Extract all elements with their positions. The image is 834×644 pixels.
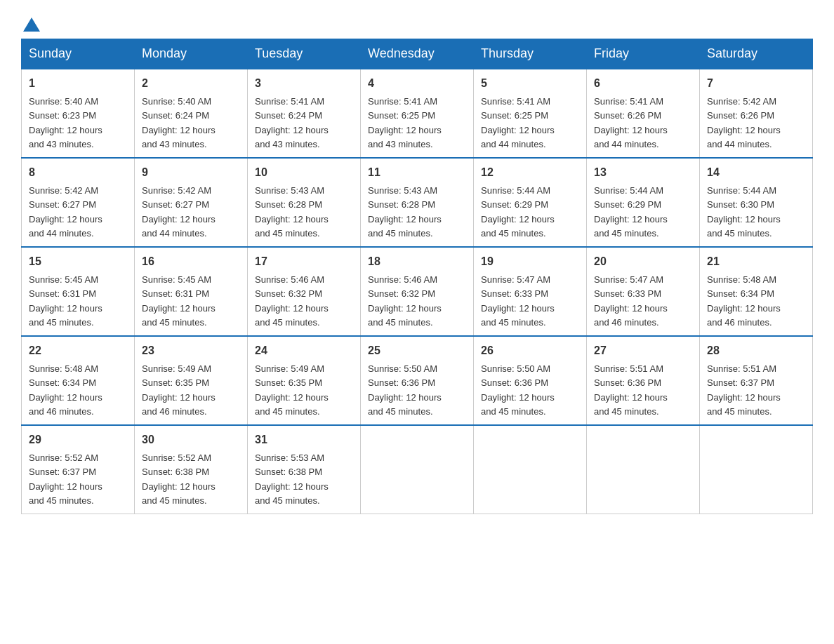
day-info: Sunrise: 5:49 AMSunset: 6:35 PMDaylight:… <box>142 363 216 417</box>
day-cell: 14 Sunrise: 5:44 AMSunset: 6:30 PMDaylig… <box>700 158 813 247</box>
day-number: 2 <box>142 75 240 92</box>
day-cell: 16 Sunrise: 5:45 AMSunset: 6:31 PMDaylig… <box>135 247 248 336</box>
day-number: 11 <box>368 164 466 181</box>
day-cell: 8 Sunrise: 5:42 AMSunset: 6:27 PMDayligh… <box>22 158 135 247</box>
day-info: Sunrise: 5:41 AMSunset: 6:24 PMDaylight:… <box>255 96 329 149</box>
day-info: Sunrise: 5:50 AMSunset: 6:36 PMDaylight:… <box>368 363 442 417</box>
day-cell <box>361 425 474 514</box>
day-info: Sunrise: 5:50 AMSunset: 6:36 PMDaylight:… <box>481 363 555 417</box>
day-number: 3 <box>255 75 353 92</box>
day-info: Sunrise: 5:44 AMSunset: 6:29 PMDaylight:… <box>594 185 668 239</box>
calendar-body: 1 Sunrise: 5:40 AMSunset: 6:23 PMDayligh… <box>22 69 813 514</box>
day-cell: 24 Sunrise: 5:49 AMSunset: 6:35 PMDaylig… <box>248 336 361 425</box>
day-number: 10 <box>255 164 353 181</box>
day-cell: 12 Sunrise: 5:44 AMSunset: 6:29 PMDaylig… <box>474 158 587 247</box>
day-info: Sunrise: 5:43 AMSunset: 6:28 PMDaylight:… <box>368 185 442 239</box>
day-cell: 22 Sunrise: 5:48 AMSunset: 6:34 PMDaylig… <box>22 336 135 425</box>
day-number: 16 <box>142 253 240 270</box>
day-number: 6 <box>594 75 692 92</box>
day-number: 29 <box>29 431 127 448</box>
day-number: 17 <box>255 253 353 270</box>
day-cell: 26 Sunrise: 5:50 AMSunset: 6:36 PMDaylig… <box>474 336 587 425</box>
week-row-4: 22 Sunrise: 5:48 AMSunset: 6:34 PMDaylig… <box>22 336 813 425</box>
day-number: 19 <box>481 253 579 270</box>
day-info: Sunrise: 5:49 AMSunset: 6:35 PMDaylight:… <box>255 363 329 417</box>
day-number: 21 <box>707 253 805 270</box>
day-info: Sunrise: 5:45 AMSunset: 6:31 PMDaylight:… <box>29 274 102 328</box>
week-row-2: 8 Sunrise: 5:42 AMSunset: 6:27 PMDayligh… <box>22 158 813 247</box>
day-number: 30 <box>142 431 240 448</box>
day-number: 23 <box>142 342 240 359</box>
day-number: 4 <box>368 75 466 92</box>
day-cell: 30 Sunrise: 5:52 AMSunset: 6:38 PMDaylig… <box>135 425 248 514</box>
day-info: Sunrise: 5:51 AMSunset: 6:36 PMDaylight:… <box>594 363 668 417</box>
day-info: Sunrise: 5:48 AMSunset: 6:34 PMDaylight:… <box>29 363 102 417</box>
day-number: 31 <box>255 431 353 448</box>
day-number: 9 <box>142 164 240 181</box>
day-cell: 15 Sunrise: 5:45 AMSunset: 6:31 PMDaylig… <box>22 247 135 336</box>
day-info: Sunrise: 5:45 AMSunset: 6:31 PMDaylight:… <box>142 274 216 328</box>
day-cell: 29 Sunrise: 5:52 AMSunset: 6:37 PMDaylig… <box>22 425 135 514</box>
header-saturday: Saturday <box>700 39 813 69</box>
day-cell: 5 Sunrise: 5:41 AMSunset: 6:25 PMDayligh… <box>474 69 587 158</box>
day-cell: 1 Sunrise: 5:40 AMSunset: 6:23 PMDayligh… <box>22 69 135 158</box>
day-number: 18 <box>368 253 466 270</box>
day-number: 25 <box>368 342 466 359</box>
week-row-1: 1 Sunrise: 5:40 AMSunset: 6:23 PMDayligh… <box>22 69 813 158</box>
day-info: Sunrise: 5:52 AMSunset: 6:37 PMDaylight:… <box>29 452 102 506</box>
day-cell <box>700 425 813 514</box>
day-info: Sunrise: 5:42 AMSunset: 6:26 PMDaylight:… <box>707 96 781 149</box>
day-number: 8 <box>29 164 127 181</box>
day-number: 13 <box>594 164 692 181</box>
day-info: Sunrise: 5:47 AMSunset: 6:33 PMDaylight:… <box>594 274 668 328</box>
header-friday: Friday <box>587 39 700 69</box>
day-number: 20 <box>594 253 692 270</box>
day-cell: 10 Sunrise: 5:43 AMSunset: 6:28 PMDaylig… <box>248 158 361 247</box>
day-info: Sunrise: 5:40 AMSunset: 6:24 PMDaylight:… <box>142 96 216 149</box>
header-sunday: Sunday <box>22 39 135 69</box>
week-row-3: 15 Sunrise: 5:45 AMSunset: 6:31 PMDaylig… <box>22 247 813 336</box>
calendar-header: SundayMondayTuesdayWednesdayThursdayFrid… <box>22 39 813 69</box>
day-cell: 3 Sunrise: 5:41 AMSunset: 6:24 PMDayligh… <box>248 69 361 158</box>
calendar-table: SundayMondayTuesdayWednesdayThursdayFrid… <box>21 39 813 514</box>
day-cell: 25 Sunrise: 5:50 AMSunset: 6:36 PMDaylig… <box>361 336 474 425</box>
day-info: Sunrise: 5:52 AMSunset: 6:38 PMDaylight:… <box>142 452 216 506</box>
header-tuesday: Tuesday <box>248 39 361 69</box>
day-info: Sunrise: 5:46 AMSunset: 6:32 PMDaylight:… <box>255 274 329 328</box>
day-cell: 6 Sunrise: 5:41 AMSunset: 6:26 PMDayligh… <box>587 69 700 158</box>
header-wednesday: Wednesday <box>361 39 474 69</box>
day-number: 28 <box>707 342 805 359</box>
week-row-5: 29 Sunrise: 5:52 AMSunset: 6:37 PMDaylig… <box>22 425 813 514</box>
day-info: Sunrise: 5:44 AMSunset: 6:30 PMDaylight:… <box>707 185 781 239</box>
page-header <box>21 14 813 32</box>
day-cell: 13 Sunrise: 5:44 AMSunset: 6:29 PMDaylig… <box>587 158 700 247</box>
day-info: Sunrise: 5:42 AMSunset: 6:27 PMDaylight:… <box>29 185 102 239</box>
day-info: Sunrise: 5:46 AMSunset: 6:32 PMDaylight:… <box>368 274 442 328</box>
header-thursday: Thursday <box>474 39 587 69</box>
day-number: 1 <box>29 75 127 92</box>
day-cell: 9 Sunrise: 5:42 AMSunset: 6:27 PMDayligh… <box>135 158 248 247</box>
header-row: SundayMondayTuesdayWednesdayThursdayFrid… <box>22 39 813 69</box>
day-info: Sunrise: 5:41 AMSunset: 6:25 PMDaylight:… <box>368 96 442 149</box>
day-number: 22 <box>29 342 127 359</box>
day-info: Sunrise: 5:44 AMSunset: 6:29 PMDaylight:… <box>481 185 555 239</box>
day-info: Sunrise: 5:47 AMSunset: 6:33 PMDaylight:… <box>481 274 555 328</box>
day-cell: 23 Sunrise: 5:49 AMSunset: 6:35 PMDaylig… <box>135 336 248 425</box>
logo-general <box>21 18 40 32</box>
day-info: Sunrise: 5:51 AMSunset: 6:37 PMDaylight:… <box>707 363 781 417</box>
day-number: 26 <box>481 342 579 359</box>
day-cell: 31 Sunrise: 5:53 AMSunset: 6:38 PMDaylig… <box>248 425 361 514</box>
day-info: Sunrise: 5:41 AMSunset: 6:26 PMDaylight:… <box>594 96 668 149</box>
day-cell: 7 Sunrise: 5:42 AMSunset: 6:26 PMDayligh… <box>700 69 813 158</box>
day-info: Sunrise: 5:41 AMSunset: 6:25 PMDaylight:… <box>481 96 555 149</box>
day-info: Sunrise: 5:53 AMSunset: 6:38 PMDaylight:… <box>255 452 329 506</box>
day-cell: 27 Sunrise: 5:51 AMSunset: 6:36 PMDaylig… <box>587 336 700 425</box>
day-cell: 11 Sunrise: 5:43 AMSunset: 6:28 PMDaylig… <box>361 158 474 247</box>
day-number: 24 <box>255 342 353 359</box>
day-cell: 19 Sunrise: 5:47 AMSunset: 6:33 PMDaylig… <box>474 247 587 336</box>
day-cell: 21 Sunrise: 5:48 AMSunset: 6:34 PMDaylig… <box>700 247 813 336</box>
day-number: 7 <box>707 75 805 92</box>
logo-triangle-icon <box>23 18 40 32</box>
logo <box>21 18 40 32</box>
day-number: 27 <box>594 342 692 359</box>
